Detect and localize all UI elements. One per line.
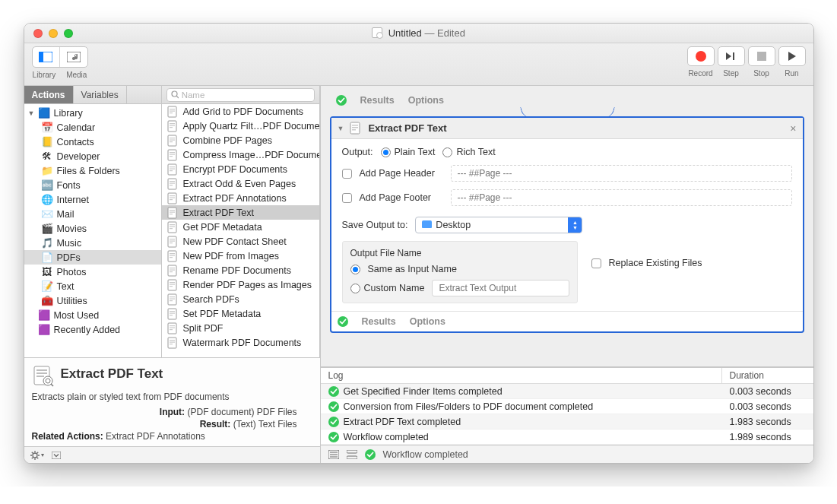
run-label: Run xyxy=(785,69,798,78)
view-mode-list-button[interactable] xyxy=(328,450,339,459)
svg-point-101 xyxy=(328,432,339,442)
library-item[interactable]: 🖼Photos xyxy=(24,265,161,279)
library-item[interactable]: 🎬Movies xyxy=(24,221,161,236)
log-row[interactable]: Get Specified Finder Items completed0.00… xyxy=(321,384,813,399)
close-action-button[interactable]: × xyxy=(790,122,796,135)
plain-text-label: Plain Text xyxy=(395,147,436,157)
radio-icon xyxy=(350,265,360,274)
folder-icon xyxy=(422,220,432,230)
action-list-item[interactable]: Set PDF Metadata xyxy=(162,306,319,321)
action-list-item[interactable]: Encrypt PDF Documents xyxy=(162,162,319,176)
radio-rich-text[interactable]: Rich Text xyxy=(442,147,495,157)
action-list-item[interactable]: Combine PDF Pages xyxy=(162,133,319,147)
action-list-item[interactable]: Extract PDF Text xyxy=(162,205,319,220)
step-button[interactable] xyxy=(718,46,745,66)
custom-name-input[interactable] xyxy=(432,280,569,296)
collapse-info-button[interactable] xyxy=(52,452,61,459)
custom-name-label: Custom Name xyxy=(364,283,425,293)
checkbox-add-header[interactable] xyxy=(342,169,352,179)
media-toggle-button[interactable] xyxy=(60,47,87,67)
action-list-item[interactable]: Add Grid to PDF Documents xyxy=(162,104,319,119)
library-item[interactable]: 🎵Music xyxy=(24,236,161,250)
svg-rect-73 xyxy=(170,341,175,342)
action-list-item[interactable]: Compress Image…PDF Documents xyxy=(162,147,319,162)
radio-same-as-input[interactable]: Same as Input Name xyxy=(350,264,569,274)
check-icon xyxy=(365,449,376,460)
svg-rect-51 xyxy=(168,265,176,276)
svg-rect-49 xyxy=(170,255,175,255)
library-item[interactable]: 📒Contacts xyxy=(24,135,161,149)
library-item[interactable]: 📅Calendar xyxy=(24,120,161,135)
svg-line-87 xyxy=(31,452,32,452)
log-row[interactable]: Conversion from Files/Folders to PDF doc… xyxy=(321,399,813,414)
card-results-button[interactable]: Results xyxy=(362,316,396,327)
action-card-title: Extract PDF Text xyxy=(368,122,446,134)
action-list-item[interactable]: Rename PDF Documents xyxy=(162,263,319,277)
svg-rect-33 xyxy=(170,197,175,198)
info-result-label: Result: xyxy=(200,419,231,430)
radio-custom-name[interactable]: Custom Name xyxy=(350,283,425,293)
log-column-header[interactable]: Log xyxy=(321,368,722,383)
footer-text-input[interactable] xyxy=(451,189,792,206)
svg-rect-95 xyxy=(352,127,358,128)
library-item[interactable]: 📝Text xyxy=(24,279,161,293)
library-item[interactable]: 📄PDFs xyxy=(24,250,161,265)
action-list-item[interactable]: Render PDF Pages as Images xyxy=(162,277,319,292)
svg-rect-3 xyxy=(733,52,734,60)
card-options-button[interactable]: Options xyxy=(410,316,445,327)
svg-rect-53 xyxy=(170,269,175,270)
svg-rect-12 xyxy=(170,123,175,124)
prior-results-button[interactable]: Results xyxy=(360,95,395,106)
action-list-item[interactable]: Search PDFs xyxy=(162,292,319,306)
svg-rect-8 xyxy=(170,109,175,109)
record-button[interactable] xyxy=(687,46,715,66)
action-list-item[interactable]: Get PDF Metadata xyxy=(162,220,319,234)
library-item[interactable]: 🛠Developer xyxy=(24,149,161,163)
save-output-dropdown[interactable]: Desktop ▲▼ xyxy=(415,217,582,233)
rich-text-label: Rich Text xyxy=(456,147,495,157)
action-list-item[interactable]: Watermark PDF Documents xyxy=(162,335,319,350)
disclosure-triangle[interactable]: ▼ xyxy=(338,125,344,132)
tab-variables[interactable]: Variables xyxy=(74,86,127,103)
header-text-input[interactable] xyxy=(451,165,792,182)
search-field[interactable] xyxy=(166,88,315,102)
library-item[interactable]: 🌐Internet xyxy=(24,192,161,207)
log-panel: Log Duration Get Specified Finder Items … xyxy=(321,366,813,445)
library-smart-item[interactable]: 🟪Most Used xyxy=(24,308,161,322)
gear-menu-button[interactable]: ▾ xyxy=(30,451,44,460)
check-icon xyxy=(336,95,347,106)
stop-button[interactable] xyxy=(748,46,775,66)
save-output-label: Save Output to: xyxy=(342,220,408,230)
radio-icon xyxy=(350,284,360,293)
view-mode-flow-button[interactable] xyxy=(347,450,357,459)
action-connector xyxy=(330,107,804,118)
action-list-item[interactable]: New PDF Contact Sheet xyxy=(162,234,319,249)
action-list-item[interactable]: Split PDF xyxy=(162,321,319,335)
library-smart-item[interactable]: 🟪Recently Added xyxy=(24,322,161,337)
radio-plain-text[interactable]: Plain Text xyxy=(381,147,436,157)
checkbox-add-footer[interactable] xyxy=(342,193,352,203)
search-input[interactable] xyxy=(182,90,310,100)
log-row[interactable]: Extract PDF Text completed1.983 seconds xyxy=(321,414,813,430)
action-list-item[interactable]: Apply Quartz Filt…PDF Documents xyxy=(162,119,319,133)
library-item[interactable]: 📁Files & Folders xyxy=(24,163,161,178)
run-button[interactable] xyxy=(778,46,806,66)
library-toggle-button[interactable] xyxy=(33,47,60,67)
library-root[interactable]: ▼🟦Library xyxy=(24,106,161,120)
library-item[interactable]: 🔤Fonts xyxy=(24,178,161,192)
library-item[interactable]: 🧰Utilities xyxy=(24,293,161,308)
action-list-item[interactable]: New PDF from Images xyxy=(162,249,319,263)
save-output-value: Desktop xyxy=(436,220,471,230)
library-item[interactable]: ✉️Mail xyxy=(24,207,161,221)
action-list-item[interactable]: Extract PDF Annotations xyxy=(162,191,319,205)
action-list-item[interactable]: Extract Odd & Even Pages xyxy=(162,176,319,191)
checkbox-replace-existing[interactable] xyxy=(591,258,601,268)
svg-rect-68 xyxy=(170,325,175,326)
pdf-action-icon xyxy=(349,122,363,135)
prior-options-button[interactable]: Options xyxy=(408,95,444,106)
svg-rect-11 xyxy=(168,121,176,132)
svg-rect-64 xyxy=(170,311,175,312)
duration-column-header[interactable]: Duration xyxy=(722,368,813,383)
log-row[interactable]: Workflow completed1.989 seconds xyxy=(321,430,813,445)
tab-actions[interactable]: Actions xyxy=(24,86,74,103)
